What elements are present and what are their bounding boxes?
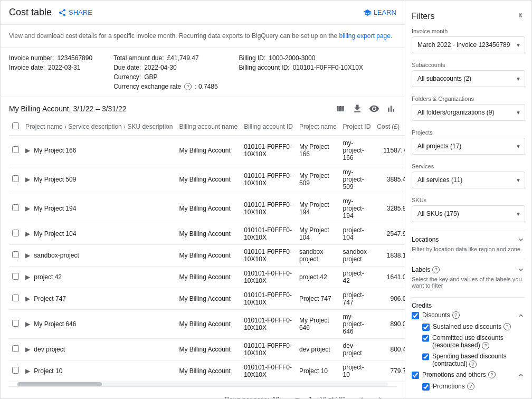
row-checkbox-cell-1[interactable]: [9, 165, 22, 194]
folders-orgs-select[interactable]: All folders/organizations (9): [412, 104, 525, 121]
divider-2: [412, 261, 525, 261]
expand-icon-0[interactable]: ▶: [25, 147, 30, 154]
row-billing-account-id-5: 010101-F0FFF0-10X10X: [241, 267, 296, 288]
committed-help-icon[interactable]: ?: [482, 342, 489, 349]
discounts-checkbox[interactable]: [412, 312, 419, 319]
expand-icon-9[interactable]: ▶: [25, 367, 30, 375]
cost-table: Project name › Service description › SKU…: [9, 118, 405, 382]
row-project-name-4: sandbox-project: [296, 245, 340, 267]
select-all-checkbox[interactable]: [12, 122, 19, 129]
row-cost-4: 1838.12: [374, 245, 405, 267]
discounts-collapse-icon[interactable]: [517, 311, 525, 320]
row-checkbox-cell-3[interactable]: [9, 223, 22, 245]
promotions-checkbox[interactable]: [422, 383, 430, 391]
learn-link[interactable]: LEARN: [363, 8, 396, 17]
services-select-wrapper: All services (11) ▼: [412, 172, 525, 188]
sustained-use-label[interactable]: Sustained use discounts ?: [433, 323, 511, 330]
expand-icon-1[interactable]: ▶: [25, 176, 30, 183]
row-checkbox-7[interactable]: [12, 320, 19, 327]
row-billing-account-id-7: 010101-F0FFF0-10X10X: [241, 310, 296, 339]
billing-id-label: Billing ID:: [239, 54, 266, 62]
row-project-id-0: my-project-166: [340, 136, 374, 165]
expand-icon-6[interactable]: ▶: [25, 295, 30, 302]
sustained-help-icon[interactable]: ?: [504, 323, 511, 330]
labels-desc: Select the key and values of the labels …: [412, 276, 525, 289]
row-checkbox-6[interactable]: [12, 294, 19, 301]
row-checkbox-cell-2[interactable]: [9, 194, 22, 223]
row-project-name-6: Project 747: [296, 288, 340, 310]
filters-sidebar: Filters Invoice month March 2022 - Invoi…: [405, 1, 531, 398]
rows-per-page-select[interactable]: 10 25 50 100: [272, 396, 291, 398]
committed-use-label[interactable]: Committed use discounts (resource based)…: [432, 334, 525, 349]
promotions-others-label[interactable]: Promotions and others ?: [422, 371, 496, 378]
expand-icon-7[interactable]: ▶: [25, 320, 30, 328]
spending-based-checkbox[interactable]: [422, 353, 429, 360]
promotions-others-checkbox[interactable]: [412, 372, 419, 379]
subaccounts-select[interactable]: All subaccounts (2): [412, 70, 525, 87]
horizontal-scrollbar[interactable]: [17, 382, 388, 386]
row-billing-account-name-7: My Billing Account: [176, 310, 241, 339]
projects-select[interactable]: All projects (17): [412, 138, 525, 155]
spending-based-label[interactable]: Spending based discounts (contractual) ?: [432, 353, 525, 368]
select-all-header[interactable]: [9, 118, 22, 136]
invoice-month-filter: Invoice month March 2022 - Invoice 12345…: [412, 28, 525, 53]
skus-select[interactable]: All SKUs (175): [412, 205, 525, 222]
row-checkbox-1[interactable]: [12, 175, 19, 182]
row-checkbox-0[interactable]: [12, 146, 19, 153]
committed-use-checkbox[interactable]: [422, 335, 429, 342]
row-project-4: ▶ sandbox-project: [22, 245, 176, 267]
row-checkbox-8[interactable]: [12, 345, 19, 352]
expand-icon-3[interactable]: ▶: [25, 230, 30, 238]
discounts-help-icon[interactable]: ?: [452, 311, 460, 319]
row-checkbox-5[interactable]: [12, 273, 19, 280]
table-row: ▶ My Project 194 My Billing Account 0101…: [9, 194, 405, 223]
discounts-label[interactable]: Discounts ?: [422, 311, 460, 319]
divider-3: [412, 297, 525, 298]
expand-icon-8[interactable]: ▶: [25, 346, 30, 353]
billing-export-link[interactable]: billing export page.: [339, 32, 392, 40]
labels-section-header[interactable]: Labels ?: [412, 265, 525, 274]
expand-icon-5[interactable]: ▶: [25, 273, 30, 281]
row-checkbox-cell-9[interactable]: [9, 360, 22, 382]
expand-icon-2[interactable]: ▶: [25, 205, 30, 212]
row-checkbox-3[interactable]: [12, 230, 19, 236]
chart-icon[interactable]: [386, 103, 396, 114]
spending-help-icon[interactable]: ?: [469, 360, 477, 368]
cost-col-header[interactable]: Cost (£) ▼: [374, 118, 405, 136]
row-checkbox-4[interactable]: [12, 251, 19, 258]
row-checkbox-2[interactable]: [12, 204, 19, 211]
row-project-name-2: My Project 194: [296, 194, 340, 223]
row-checkbox-cell-8[interactable]: [9, 339, 22, 360]
row-project-9: ▶ Project 10: [22, 360, 176, 382]
row-checkbox-9[interactable]: [12, 367, 19, 374]
scrollbar-thumb[interactable]: [17, 382, 102, 386]
share-link[interactable]: SHARE: [58, 8, 92, 17]
locations-section-header[interactable]: Locations: [412, 235, 525, 244]
row-checkbox-cell-4[interactable]: [9, 245, 22, 267]
services-select[interactable]: All services (11): [412, 172, 525, 188]
collapse-filters-icon[interactable]: [517, 11, 525, 22]
row-billing-account-name-8: My Billing Account: [176, 339, 241, 360]
row-cost-3: 2547.98: [374, 223, 405, 245]
expand-icon-4[interactable]: ▶: [25, 252, 30, 259]
download-icon[interactable]: [352, 103, 363, 114]
row-checkbox-cell-5[interactable]: [9, 267, 22, 288]
row-checkbox-cell-6[interactable]: [9, 288, 22, 310]
exchange-rate-help[interactable]: ?: [184, 83, 192, 90]
next-page-button[interactable]: [373, 392, 388, 398]
sustained-use-checkbox[interactable]: [422, 324, 430, 331]
row-checkbox-cell-0[interactable]: [9, 136, 22, 165]
prev-page-button[interactable]: [354, 392, 369, 398]
labels-help-icon[interactable]: ?: [432, 266, 440, 273]
visibility-icon[interactable]: [369, 103, 379, 114]
promotions-others-help-icon[interactable]: ?: [488, 371, 496, 378]
columns-icon[interactable]: [335, 103, 346, 114]
row-checkbox-cell-7[interactable]: [9, 310, 22, 339]
promotions-collapse-icon[interactable]: [517, 371, 525, 379]
row-billing-account-id-3: 010101-F0FFF0-10X10X: [241, 223, 296, 245]
promotions-help-icon[interactable]: ?: [467, 383, 474, 390]
filters-title: Filters: [412, 7, 525, 28]
promotions-label[interactable]: Promotions ?: [433, 383, 474, 390]
row-billing-account-id-6: 010101-F0FFF0-10X10X: [241, 288, 296, 310]
invoice-month-select[interactable]: March 2022 - Invoice 1234567890: [412, 36, 525, 53]
